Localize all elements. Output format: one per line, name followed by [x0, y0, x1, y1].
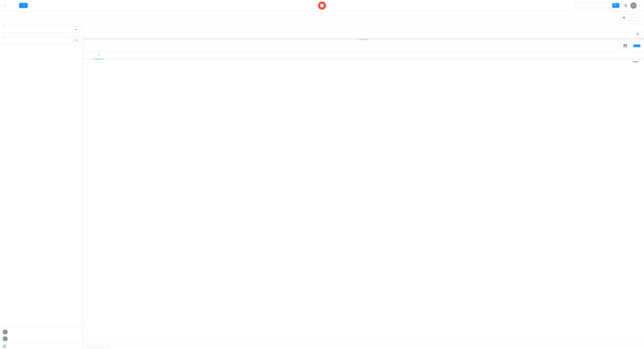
- avatar: ZK: [630, 2, 636, 9]
- legend-line-icon: [633, 61, 638, 62]
- save-button[interactable]: 💾: [620, 42, 632, 49]
- editor-resize-handle[interactable]: [83, 38, 644, 40]
- search-button[interactable]: 🔍: [612, 3, 620, 8]
- create-chevron-icon: ▾: [24, 4, 24, 7]
- create-button[interactable]: ▾: [19, 3, 28, 8]
- schema-search-input[interactable]: [3, 37, 72, 43]
- query-area: ⊞ 💾 ✕: [83, 24, 644, 349]
- datasource-selector: [0, 24, 82, 35]
- tab-new-visualization[interactable]: [104, 53, 110, 58]
- logo-icon: [318, 1, 326, 9]
- refresh-icon: 🔄: [3, 345, 6, 348]
- edit-visualization-button[interactable]: [86, 346, 92, 349]
- save-icon: 💾: [624, 44, 627, 47]
- results-tabs: ✕: [83, 51, 644, 59]
- app-logo: [318, 1, 326, 9]
- chart-legend: [633, 61, 640, 62]
- top-nav: ▾ ▾ 🔍 ⚙ ZK ▾: [0, 0, 644, 11]
- created-by-row: T: [3, 329, 80, 335]
- sidebar: ↻ T T 🔄: [0, 24, 83, 349]
- embed-button[interactable]: [94, 346, 100, 349]
- search-box: 🔍: [575, 2, 622, 9]
- refresh-schedule-row: 🔄: [3, 343, 80, 349]
- results-footer: [83, 344, 644, 349]
- svg-point-0: [322, 5, 323, 6]
- schema-list: [0, 45, 82, 327]
- page-header: ⊞ ···: [0, 11, 644, 24]
- nav-right: 🔍 ⚙ ZK ▾: [575, 2, 640, 9]
- tab-chart[interactable]: ✕: [94, 51, 103, 59]
- dashboards-chevron-icon: ▾: [4, 4, 6, 7]
- editor-container: ⊞: [83, 24, 644, 38]
- show-data-only-button[interactable]: ⊞: [620, 14, 630, 21]
- header-actions: ⊞ ···: [620, 14, 639, 21]
- chart-area: [83, 59, 644, 344]
- tab-chart-close[interactable]: ✕: [98, 54, 100, 56]
- handle-dots: [359, 39, 368, 40]
- updated-by-row: T: [3, 335, 80, 342]
- execute-button[interactable]: [633, 44, 640, 47]
- schema-search-area: ↻: [0, 35, 82, 45]
- nav-dashboards[interactable]: ▾: [4, 4, 6, 7]
- table-icon: ⊞: [623, 16, 625, 19]
- results-area: ✕: [83, 51, 644, 349]
- more-options-button[interactable]: ···: [631, 14, 639, 21]
- logo-svg: [320, 3, 324, 8]
- user-chevron-icon: ▾: [639, 4, 640, 7]
- main-layout: ↻ T T 🔄: [0, 24, 644, 349]
- creator-avatar: T: [3, 330, 8, 335]
- editor-toolbar: 💾: [83, 40, 644, 51]
- code-editor[interactable]: [83, 24, 644, 29]
- updater-avatar: T: [3, 336, 8, 341]
- schema-refresh-button[interactable]: ↻: [73, 37, 80, 43]
- user-menu[interactable]: ZK ▾: [630, 2, 640, 9]
- sidebar-footer: T T 🔄: [0, 327, 82, 349]
- download-button[interactable]: [102, 346, 108, 349]
- chart-svg: [83, 61, 644, 335]
- format-button[interactable]: ⊞: [634, 31, 641, 37]
- datasource-dropdown[interactable]: [3, 26, 80, 33]
- filter-icon[interactable]: ⚙: [624, 3, 628, 8]
- search-input[interactable]: [577, 4, 611, 7]
- tab-table[interactable]: [86, 53, 92, 58]
